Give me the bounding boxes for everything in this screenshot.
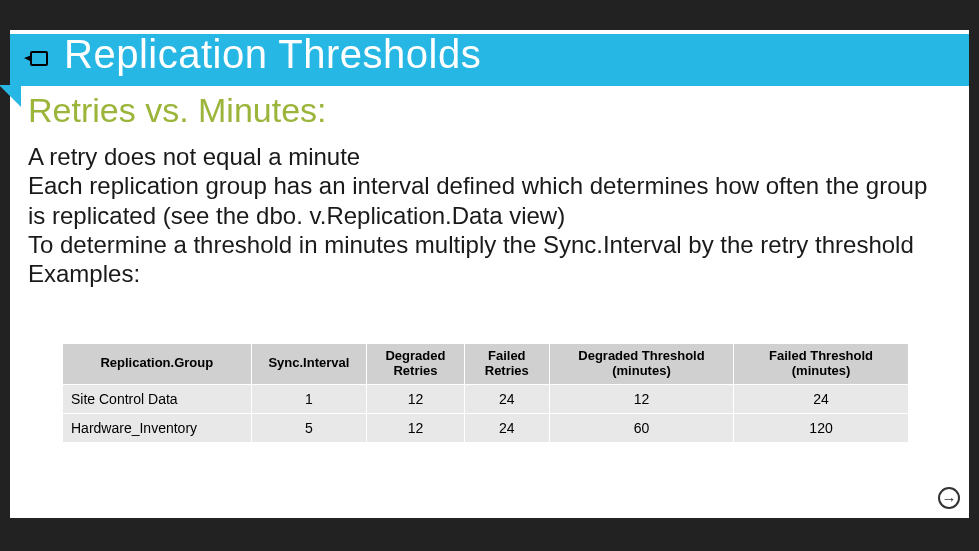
- col-degraded-retries: Degraded Retries: [367, 344, 464, 385]
- arrow-right-icon: →: [942, 491, 957, 506]
- table-header-row: Replication.Group Sync.Interval Degraded…: [63, 344, 909, 385]
- col-failed-threshold: Failed Threshold (minutes): [734, 344, 909, 385]
- body-line-2: Each replication group has an interval d…: [28, 171, 951, 230]
- body-line-4: Examples:: [28, 259, 951, 288]
- table-row: Site Control Data 1 12 24 12 24: [63, 384, 909, 413]
- slide: Replication Thresholds Retries vs. Minut…: [0, 0, 979, 551]
- body-line-3: To determine a threshold in minutes mult…: [28, 230, 951, 259]
- cell-failed-threshold: 120: [734, 413, 909, 442]
- cell-degraded-retries: 12: [367, 413, 464, 442]
- slide-body: A retry does not equal a minute Each rep…: [28, 142, 951, 288]
- cell-replication-group: Site Control Data: [63, 384, 252, 413]
- svg-rect-1: [32, 53, 46, 64]
- body-line-1: A retry does not equal a minute: [28, 142, 951, 171]
- cell-failed-retries: 24: [464, 413, 549, 442]
- slide-title: Replication Thresholds: [64, 32, 481, 77]
- title-bar-corner: [0, 85, 21, 107]
- cell-sync-interval: 1: [251, 384, 367, 413]
- cell-failed-threshold: 24: [734, 384, 909, 413]
- cell-sync-interval: 5: [251, 413, 367, 442]
- thresholds-table: Replication.Group Sync.Interval Degraded…: [62, 343, 909, 443]
- slide-subtitle: Retries vs. Minutes:: [28, 91, 327, 130]
- cell-degraded-retries: 12: [367, 384, 464, 413]
- cell-replication-group: Hardware_Inventory: [63, 413, 252, 442]
- col-degraded-threshold: Degraded Threshold (minutes): [549, 344, 733, 385]
- col-sync-interval: Sync.Interval: [251, 344, 367, 385]
- cell-degraded-threshold: 12: [549, 384, 733, 413]
- col-failed-retries: Failed Retries: [464, 344, 549, 385]
- index-hand-icon: [20, 41, 56, 81]
- col-replication-group: Replication.Group: [63, 344, 252, 385]
- cell-degraded-threshold: 60: [549, 413, 733, 442]
- table-row: Hardware_Inventory 5 12 24 60 120: [63, 413, 909, 442]
- cell-failed-retries: 24: [464, 384, 549, 413]
- next-slide-button[interactable]: →: [938, 487, 960, 509]
